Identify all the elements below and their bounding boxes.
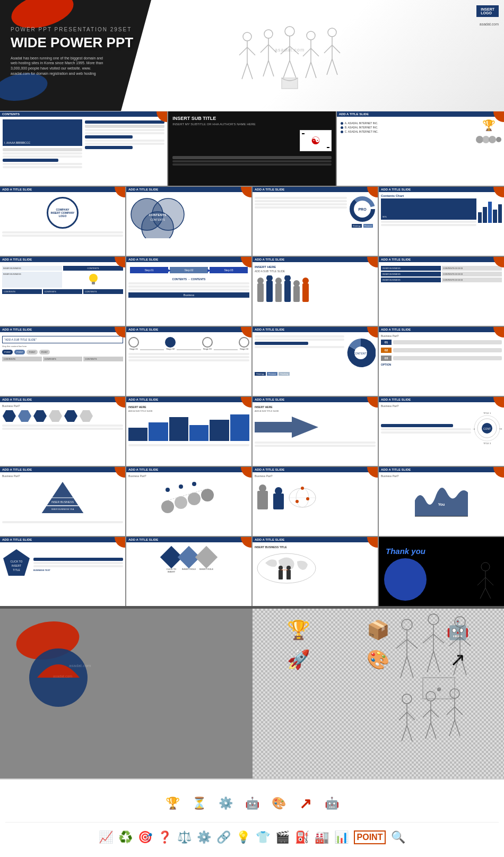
s18-diagram bbox=[128, 480, 249, 518]
slide-10-title: ADD A TITLE SLIDE bbox=[126, 327, 251, 332]
bc14-b2 bbox=[149, 422, 168, 441]
svg-point-52 bbox=[284, 275, 291, 281]
svg-text:INSER BUSINESS: INSER BUSINESS bbox=[51, 500, 74, 504]
insert-business-23: INSERT BUSINESS TITLE bbox=[255, 546, 376, 549]
slide-17[interactable]: ADD A TITLE SLIDE Business Part? INSER B… bbox=[0, 467, 125, 536]
svg-text:TITLE 1: TITLE 1 bbox=[483, 412, 491, 414]
slide-2-content: CONTENTS CONTENTS bbox=[126, 192, 251, 242]
slide-11[interactable]: ADD A TITLE SLIDE CONTENTS bbox=[253, 327, 378, 396]
slide-9[interactable]: ADD A TITLE SLIDE "ADD A SUB TITLE SLIDE… bbox=[0, 327, 125, 396]
slide-21[interactable]: ADD A TITLE SLIDE CLICK TO INSERT TITLE bbox=[0, 537, 125, 606]
icon-target: 🎯 bbox=[138, 830, 152, 844]
svg-point-78 bbox=[201, 489, 214, 501]
svg-rect-83 bbox=[257, 491, 268, 509]
svg-point-101 bbox=[279, 566, 283, 570]
slide-15-content: INSERT HERE ADD A SUB TITLE SLIDE bbox=[253, 402, 378, 450]
diamond-row: CLICK TOINSERT INSERT ROLE INSERT ROLE bbox=[128, 547, 249, 573]
svg-line-2 bbox=[239, 47, 247, 55]
slide-20[interactable]: ADD A TITLE SLIDE Business Part? You bbox=[379, 467, 504, 536]
top-slide-1[interactable]: CONTENTS I. AAAAA BBBBBCCC bbox=[0, 111, 167, 186]
icon-arrow-red: ↗ bbox=[294, 793, 316, 814]
bc14-b1 bbox=[128, 428, 147, 441]
pie-layout: CONTENTS bbox=[255, 334, 376, 372]
svg-line-146 bbox=[431, 723, 436, 739]
slide-12[interactable]: ADD A TITLE SLIDE Business Part? 01 02 0… bbox=[379, 327, 504, 396]
slide-16[interactable]: ADD A TITLE SLIDE Business Part? bbox=[379, 397, 504, 466]
opt1-num: 01 bbox=[381, 340, 392, 345]
svg-point-91 bbox=[306, 497, 309, 500]
s16-label: Business Part? bbox=[381, 404, 502, 408]
slide-2[interactable]: ADD A TITLE SLIDE CONTENTS CONTENTS bbox=[126, 187, 251, 256]
svg-text:TITLE 4: TITLE 4 bbox=[473, 428, 475, 430]
ptag1: Strategy bbox=[255, 372, 266, 376]
slide-15[interactable]: ADD A TITLE SLIDE INSERT HERE ADD A SUB … bbox=[253, 397, 378, 466]
slide-8[interactable]: ADD A TITLE SLIDE INSER BUSINESS CONTENT… bbox=[379, 257, 504, 326]
svg-rect-53 bbox=[293, 286, 300, 302]
top-slide-3[interactable]: ADD A TITLE SLIDE A. ASADAL INTERNET INC… bbox=[337, 111, 504, 186]
s21-l1 bbox=[33, 558, 123, 561]
svg-point-75 bbox=[161, 500, 174, 513]
slide-18[interactable]: ADD A TITLE SLIDE Business Part? bbox=[126, 467, 251, 536]
chart-img: 90% bbox=[381, 198, 476, 220]
rt-l1 bbox=[381, 424, 453, 427]
slide-11-content: CONTENTS Strategy Finance Tracking bbox=[253, 332, 378, 378]
slide-22[interactable]: ADD A TITLE SLIDE CLICK TOINSERT INSERT … bbox=[126, 537, 251, 606]
line5 bbox=[3, 163, 82, 165]
network-area bbox=[255, 478, 376, 517]
hex1 bbox=[3, 410, 16, 422]
svg-point-46 bbox=[257, 278, 264, 284]
slide-14[interactable]: ADD A TITLE SLIDE INSERT HERE ADD A SUB … bbox=[126, 397, 251, 466]
slide-24[interactable]: Thank you bbox=[379, 537, 504, 606]
slide-21-content: CLICK TO INSERT TITLE BUSINESS TEXT bbox=[0, 542, 125, 586]
svg-point-18 bbox=[307, 31, 315, 40]
s6-l3 bbox=[128, 289, 249, 291]
top-slide-2[interactable]: INSERT SUB TITLE INSERT MY SUBTITLE OR H… bbox=[168, 111, 335, 186]
slide-7[interactable]: ADD A TITLE SLIDE INSERT HERE ADD A SUB … bbox=[253, 257, 378, 326]
svg-point-90 bbox=[301, 487, 304, 490]
step-label: CONTENTS → CONTENTS bbox=[128, 278, 249, 281]
slide-13[interactable]: ADD A TITLE SLIDE Business Part? bbox=[0, 397, 125, 466]
people-row bbox=[255, 275, 376, 305]
svg-line-8 bbox=[260, 45, 268, 53]
step-boxes-6: Step.01 Step.02 Step.03 bbox=[128, 264, 249, 276]
slide-13-title: ADD A TITLE SLIDE bbox=[0, 397, 125, 402]
slide-4[interactable]: ADD A TITLE SLIDE Contents Chart 90% bbox=[379, 187, 504, 256]
opt2-bar bbox=[393, 348, 502, 352]
s1-l1 bbox=[2, 231, 123, 233]
svg-line-123 bbox=[423, 634, 433, 643]
s13-l1 bbox=[2, 425, 123, 427]
svg-rect-85 bbox=[273, 494, 284, 509]
slide-19[interactable]: ADD A TITLE SLIDE Business Part? bbox=[253, 467, 378, 536]
svg-text:INSER BUSINESS YEA: INSER BUSINESS YEA bbox=[51, 513, 74, 516]
slide-grid-row1: ADD A TITLE SLIDE COMPANYINSERT COMPANYL… bbox=[0, 186, 504, 256]
insert-sub-title: INSERT SUB TITLE bbox=[172, 116, 331, 121]
bar3 bbox=[488, 202, 492, 223]
slide-5[interactable]: ADD A TITLE SLIDE INSER BUSINESS CONTENT… bbox=[0, 257, 125, 326]
timeline-line2 bbox=[177, 349, 201, 350]
slide-1[interactable]: ADD A TITLE SLIDE COMPANYINSERT COMPANYL… bbox=[0, 187, 125, 256]
slide-7-title: ADD A TITLE SLIDE bbox=[253, 257, 378, 262]
trophy-left: A. ASADAL INTERNET INC. B. ASADAL INTERN… bbox=[339, 119, 473, 147]
pt-l1 bbox=[255, 335, 344, 337]
svg-line-26 bbox=[324, 45, 332, 53]
icon-network: 🔗 bbox=[216, 830, 231, 844]
svg-line-109 bbox=[480, 588, 485, 599]
icon-film: 🎬 bbox=[275, 830, 290, 844]
svg-line-126 bbox=[433, 651, 440, 672]
d-label1: CLICK TOINSERT bbox=[163, 568, 179, 573]
stage4-label: Stage.04 bbox=[239, 348, 249, 350]
slide-6[interactable]: ADD A TITLE SLIDE Step.01 Step.02 Step.0… bbox=[126, 257, 251, 326]
big-pie: CONTENTS bbox=[346, 334, 376, 372]
insert-here-14: INSERT HERE bbox=[128, 405, 249, 409]
line3 bbox=[3, 155, 82, 158]
slide-10[interactable]: ADD A TITLE SLIDE Stage.01 Stage.02 bbox=[126, 327, 251, 396]
header-slide: POWER PPT PRESENTATION 29SET WIDE POWER … bbox=[0, 0, 504, 111]
step1: Step.01 bbox=[130, 267, 168, 273]
r-line8 bbox=[85, 146, 133, 149]
slide-6-content: Step.01 Step.02 Step.03 CONTENTS → CONTE… bbox=[126, 262, 251, 300]
slide-23[interactable]: ADD A TITLE SLIDE INSERT BUSINESS TITLE bbox=[253, 537, 378, 606]
svg-point-103 bbox=[286, 566, 291, 570]
svg-line-108 bbox=[485, 577, 493, 585]
slide-3[interactable]: ADD A TITLE SLIDE PRO bbox=[253, 187, 378, 256]
svg-line-144 bbox=[431, 709, 439, 717]
